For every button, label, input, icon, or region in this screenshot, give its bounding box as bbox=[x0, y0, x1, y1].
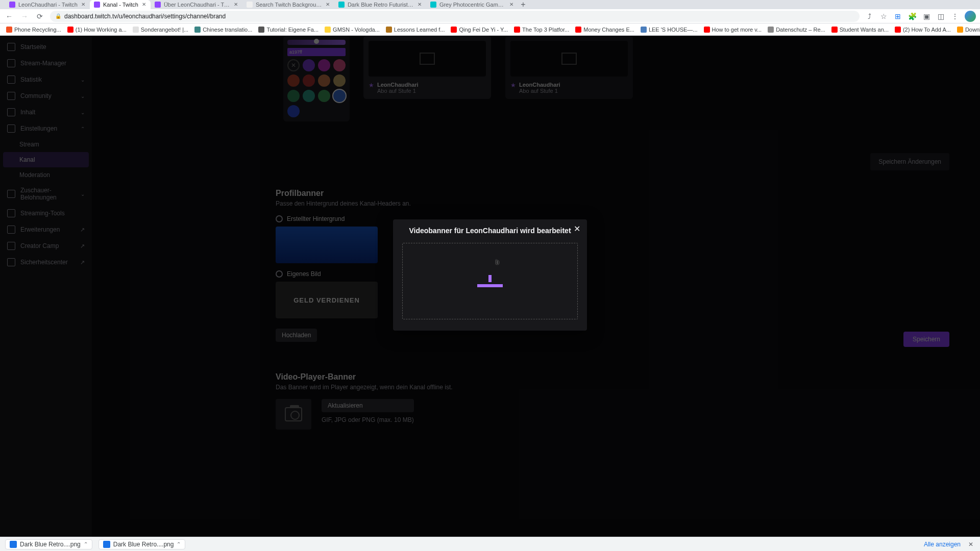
bookmark-label: Qing Fei De Yi - Y... bbox=[459, 27, 508, 33]
bookmark-label: Lessons Learned f... bbox=[394, 27, 445, 33]
close-downloads-shelf[interactable]: ✕ bbox=[967, 541, 975, 548]
favicon-icon bbox=[94, 2, 100, 8]
close-tab-icon[interactable]: ✕ bbox=[81, 2, 86, 7]
bookmark-item[interactable]: Student Wants an... bbox=[829, 26, 891, 34]
bookmark-item[interactable]: Lessons Learned f... bbox=[384, 26, 447, 34]
bookmark-favicon-icon bbox=[386, 27, 392, 33]
bookmark-favicon-icon bbox=[957, 27, 963, 33]
bookmark-favicon-icon bbox=[258, 27, 264, 33]
download-filename: Dark Blue Retro....png bbox=[20, 541, 81, 548]
bookmark-favicon-icon bbox=[641, 27, 647, 33]
close-tab-icon[interactable]: ✕ bbox=[417, 2, 422, 7]
bookmark-favicon-icon bbox=[575, 27, 581, 33]
bookmark-label: Sonderangebot! |... bbox=[141, 27, 188, 33]
bookmark-favicon-icon bbox=[831, 27, 838, 33]
bookmark-item[interactable]: Download – Cooki... bbox=[955, 26, 980, 34]
browser-tab[interactable]: Search Twitch Background - C✕ bbox=[242, 0, 334, 9]
lock-icon: 🔒 bbox=[55, 13, 61, 19]
grid-icon[interactable]: ⊞ bbox=[893, 12, 902, 21]
tab-title: Search Twitch Background - C bbox=[256, 2, 322, 8]
close-tab-icon[interactable]: ✕ bbox=[325, 2, 330, 7]
tab-title: Über LeonChaudhari - Twitch bbox=[164, 2, 230, 8]
browser-tab[interactable]: Kanal - Twitch✕ bbox=[90, 0, 151, 9]
bookmark-label: Tutorial: Eigene Fa... bbox=[266, 27, 318, 33]
favicon-icon bbox=[9, 2, 15, 8]
bookmark-favicon-icon bbox=[325, 27, 331, 33]
bookmark-item[interactable]: GMSN - Vologda... bbox=[323, 26, 382, 34]
bookmark-item[interactable]: Qing Fei De Yi - Y... bbox=[449, 26, 510, 34]
bookmark-label: GMSN - Vologda... bbox=[333, 27, 380, 33]
panel-icon[interactable]: ▣ bbox=[922, 12, 931, 21]
bookmarks-bar: Phone Recycling...(1) How Working a...So… bbox=[0, 23, 980, 36]
bookmark-item[interactable]: Phone Recycling... bbox=[4, 26, 63, 34]
bookmark-favicon-icon bbox=[133, 27, 139, 33]
reload-button[interactable]: ⟳ bbox=[35, 11, 45, 21]
bookmark-label: (1) How Working a... bbox=[76, 27, 127, 33]
upload-dropzone[interactable]: b bbox=[402, 243, 578, 319]
bookmark-label: Student Wants an... bbox=[840, 27, 889, 33]
bookmark-label: Phone Recycling... bbox=[14, 27, 61, 33]
bookmark-label: (2) How To Add A... bbox=[903, 27, 951, 33]
chevron-up-icon[interactable]: ⌃ bbox=[177, 541, 181, 547]
download-filename: Dark Blue Retro....png bbox=[113, 541, 174, 548]
bookmark-label: Datenschutz – Re... bbox=[776, 27, 825, 33]
address-bar[interactable]: 🔒 dashboard.twitch.tv/u/leonchaudhari/se… bbox=[50, 11, 860, 22]
extensions-icon[interactable]: 🧩 bbox=[908, 12, 917, 21]
download-item[interactable]: Dark Blue Retro....png⌃ bbox=[99, 539, 186, 549]
bookmark-label: How to get more v... bbox=[712, 27, 762, 33]
chevron-up-icon[interactable]: ⌃ bbox=[84, 541, 88, 547]
favicon-icon bbox=[155, 2, 161, 8]
show-all-downloads[interactable]: Alle anzeigen bbox=[924, 541, 961, 548]
bookmark-favicon-icon bbox=[67, 27, 74, 33]
url-text: dashboard.twitch.tv/u/leonchaudhari/sett… bbox=[64, 13, 226, 20]
bookmark-item[interactable]: Money Changes E... bbox=[573, 26, 636, 34]
favicon-icon bbox=[338, 2, 345, 8]
bookmark-item[interactable]: The Top 3 Platfor... bbox=[512, 26, 571, 34]
bookmark-item[interactable]: Datenschutz – Re... bbox=[766, 26, 827, 34]
file-icon bbox=[10, 541, 17, 548]
bookmark-item[interactable]: (1) How Working a... bbox=[65, 26, 129, 34]
bookmark-label: Download – Cooki... bbox=[965, 27, 980, 33]
bookmark-favicon-icon bbox=[451, 27, 457, 33]
bookmark-label: Chinese translatio... bbox=[203, 27, 252, 33]
file-icon bbox=[103, 541, 110, 548]
bookmark-item[interactable]: LEE 'S HOUSE—... bbox=[639, 26, 700, 34]
bookmark-favicon-icon bbox=[194, 27, 201, 33]
bookmark-item[interactable]: How to get more v... bbox=[702, 26, 764, 34]
cursor-indicator: b bbox=[496, 259, 499, 266]
star-icon[interactable]: ☆ bbox=[879, 12, 888, 21]
browser-tab[interactable]: Dark Blue Retro Futuristic Stre✕ bbox=[334, 0, 426, 9]
bookmark-label: The Top 3 Platfor... bbox=[522, 27, 569, 33]
tab-title: Dark Blue Retro Futuristic Stre bbox=[348, 2, 414, 8]
share-icon[interactable]: ⤴ bbox=[865, 12, 874, 21]
menu-icon[interactable]: ⋮ bbox=[950, 12, 960, 21]
forward-button[interactable]: → bbox=[19, 11, 30, 21]
download-item[interactable]: Dark Blue Retro....png⌃ bbox=[5, 539, 92, 549]
loading-indicator bbox=[477, 275, 503, 287]
twitch-dashboard-page: Startseite Stream-Manager Statistik⌄ Com… bbox=[0, 36, 980, 537]
bookmark-item[interactable]: Tutorial: Eigene Fa... bbox=[256, 26, 321, 34]
browser-tab[interactable]: Grey Photocentric Game Nigh✕ bbox=[426, 0, 518, 9]
bookmark-label: LEE 'S HOUSE—... bbox=[649, 27, 698, 33]
bookmark-item[interactable]: Chinese translatio... bbox=[192, 26, 254, 34]
favicon-icon bbox=[247, 2, 253, 8]
bookmark-favicon-icon bbox=[704, 27, 710, 33]
close-tab-icon[interactable]: ✕ bbox=[141, 2, 146, 7]
modal-title: Videobanner für LeonChaudhari wird bearb… bbox=[402, 227, 578, 235]
bookmark-favicon-icon bbox=[895, 27, 901, 33]
close-tab-icon[interactable]: ✕ bbox=[233, 2, 238, 7]
bookmark-item[interactable]: Sonderangebot! |... bbox=[131, 26, 190, 34]
side-panel-icon[interactable]: ◫ bbox=[936, 12, 945, 21]
bookmark-label: Money Changes E... bbox=[583, 27, 634, 33]
browser-tab[interactable]: Über LeonChaudhari - Twitch✕ bbox=[151, 0, 242, 9]
tab-title: LeonChaudhari - Twitch bbox=[18, 2, 78, 8]
video-banner-upload-modal: ✕ Videobanner für LeonChaudhari wird bea… bbox=[393, 219, 587, 331]
bookmark-favicon-icon bbox=[514, 27, 520, 33]
back-button[interactable]: ← bbox=[4, 11, 14, 21]
bookmark-item[interactable]: (2) How To Add A... bbox=[893, 26, 953, 34]
browser-tab[interactable]: LeonChaudhari - Twitch✕ bbox=[5, 0, 90, 9]
close-button[interactable]: ✕ bbox=[571, 222, 583, 235]
close-tab-icon[interactable]: ✕ bbox=[509, 2, 514, 7]
new-tab-button[interactable]: + bbox=[518, 0, 528, 9]
profile-avatar[interactable] bbox=[965, 11, 976, 22]
